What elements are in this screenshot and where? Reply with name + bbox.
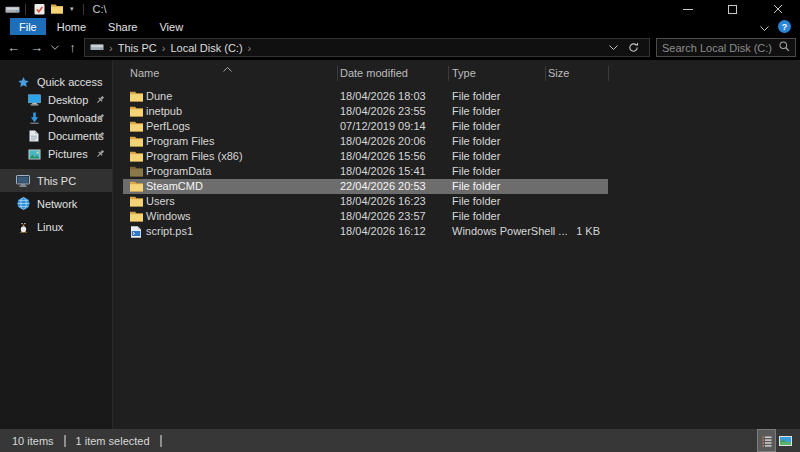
up-button[interactable]: ↑	[66, 35, 79, 60]
location-drive-icon	[90, 41, 104, 54]
column-header-name[interactable]: Name	[130, 67, 159, 79]
desktop-icon	[27, 94, 41, 106]
column-header-type[interactable]: Type	[452, 67, 476, 79]
tab-view[interactable]: View	[148, 18, 194, 35]
file-name: Program Files	[146, 134, 214, 149]
forward-button[interactable]: →	[30, 35, 43, 60]
navigation-pane: Quick access Desktop Downloads	[0, 60, 113, 429]
caption-buttons	[665, 0, 800, 18]
back-button[interactable]: ←	[7, 35, 20, 60]
file-row-programdata[interactable]: ProgramData 18/04/2026 15:41 File folder	[123, 164, 608, 179]
thumbnail-view-button[interactable]	[776, 429, 795, 452]
file-name: Windows	[146, 209, 191, 224]
column-divider[interactable]	[545, 66, 546, 81]
sidebar-item-label: Quick access	[37, 76, 102, 88]
tab-home[interactable]: Home	[46, 18, 97, 35]
sidebar-item-linux[interactable]: Linux	[0, 215, 112, 238]
address-dropdown-button[interactable]	[604, 45, 623, 50]
downloads-icon	[27, 112, 41, 124]
recent-locations-button[interactable]	[50, 45, 60, 50]
close-icon	[773, 4, 783, 14]
file-date: 18/04/2026 15:41	[340, 164, 426, 179]
customize-toolbar-button[interactable]: ▾	[66, 5, 78, 13]
maximize-button[interactable]	[710, 0, 755, 18]
pin-icon[interactable]	[95, 95, 105, 105]
file-row-program-files-x86[interactable]: Program Files (x86) 18/04/2026 15:56 Fil…	[123, 149, 608, 164]
details-view-button[interactable]	[757, 429, 776, 452]
sort-ascending-icon	[223, 62, 232, 74]
navigation-bar: ← → ↑ › This PC › Local Disk (C:) ›	[0, 35, 800, 60]
sidebar-item-downloads[interactable]: Downloads	[0, 109, 112, 127]
breadcrumb-this-pc[interactable]: This PC	[118, 42, 157, 54]
search-icon	[779, 41, 790, 54]
file-name: script.ps1	[146, 224, 193, 239]
file-row-dune[interactable]: Dune 18/04/2026 18:03 File folder	[123, 89, 608, 104]
folder-icon	[130, 181, 143, 192]
tab-file[interactable]: File	[10, 18, 46, 35]
sidebar-item-network[interactable]: Network	[0, 192, 112, 215]
window-title: C:\	[93, 3, 107, 15]
file-date: 18/04/2026 16:12	[340, 224, 426, 239]
sidebar-item-this-pc[interactable]: This PC	[0, 169, 112, 192]
explorer-window: ▾ C:\ File Home Share View ? ← → ↑	[0, 0, 800, 452]
file-row-script-ps1[interactable]: script.ps1 18/04/2026 16:12 Windows Powe…	[123, 224, 608, 239]
sidebar-item-label: Desktop	[48, 94, 88, 106]
tab-share[interactable]: Share	[97, 18, 148, 35]
folder-icon	[130, 151, 143, 162]
properties-button[interactable]	[31, 3, 48, 15]
file-row-users[interactable]: Users 18/04/2026 16:23 File folder	[123, 194, 608, 209]
sidebar-item-label: This PC	[37, 175, 76, 187]
pin-icon[interactable]	[95, 149, 105, 159]
breadcrumb-chevron-icon: ›	[109, 42, 113, 54]
file-row-program-files[interactable]: Program Files 18/04/2026 20:06 File fold…	[123, 134, 608, 149]
folder-icon	[130, 211, 143, 222]
file-name: SteamCMD	[146, 179, 203, 194]
pin-icon[interactable]	[95, 113, 105, 123]
file-row-windows[interactable]: Windows 18/04/2026 23:57 File folder	[123, 209, 608, 224]
sidebar-item-quick-access[interactable]: Quick access	[0, 73, 112, 91]
file-name: Program Files (x86)	[146, 149, 243, 164]
file-name: Dune	[146, 89, 172, 104]
sidebar-item-documents[interactable]: Documents	[0, 127, 112, 145]
column-divider[interactable]	[337, 66, 338, 81]
new-folder-button[interactable]	[48, 4, 66, 14]
file-list-pane: Name Date modified Type Size Dune 18/04/…	[113, 60, 800, 429]
expand-ribbon-icon[interactable]	[760, 21, 769, 33]
properties-icon	[34, 3, 45, 15]
file-date: 22/04/2026 20:53	[340, 179, 426, 194]
file-row-steamcmd[interactable]: SteamCMD 22/04/2026 20:53 File folder	[123, 179, 608, 194]
refresh-button[interactable]	[623, 42, 644, 53]
file-row-inetpub[interactable]: inetpub 18/04/2026 23:55 File folder	[123, 104, 608, 119]
file-size: 1 KB	[538, 224, 600, 239]
help-icon[interactable]: ?	[778, 20, 791, 33]
refresh-icon	[628, 42, 639, 53]
file-type: File folder	[452, 104, 500, 119]
statusbar-divider	[64, 435, 66, 447]
address-bar[interactable]: › This PC › Local Disk (C:) ›	[84, 38, 650, 57]
column-header-date-modified[interactable]: Date modified	[340, 67, 408, 79]
minimize-button[interactable]	[665, 0, 710, 18]
titlebar-separator	[83, 4, 84, 15]
file-type: File folder	[452, 149, 500, 164]
search-box[interactable]	[656, 38, 796, 57]
pin-icon[interactable]	[95, 131, 105, 141]
titlebar-separator	[25, 4, 26, 15]
close-button[interactable]	[755, 0, 800, 18]
column-divider[interactable]	[448, 66, 449, 81]
chevron-down-icon	[51, 45, 59, 50]
sidebar-item-pictures[interactable]: Pictures	[0, 145, 112, 163]
ribbon-right-controls: ?	[760, 18, 791, 35]
file-date: 18/04/2026 16:23	[340, 194, 426, 209]
search-input[interactable]	[662, 42, 779, 54]
sidebar-item-label: Pictures	[48, 148, 88, 160]
sidebar-item-desktop[interactable]: Desktop	[0, 91, 112, 109]
file-row-perflogs[interactable]: PerfLogs 07/12/2019 09:14 File folder	[123, 119, 608, 134]
file-type: File folder	[452, 209, 500, 224]
breadcrumb-chevron-icon: ›	[248, 42, 252, 54]
column-divider[interactable]	[608, 66, 609, 81]
folder-icon	[130, 121, 143, 132]
network-globe-icon	[16, 197, 30, 210]
column-header-size[interactable]: Size	[548, 67, 569, 79]
folder-icon	[130, 106, 143, 117]
breadcrumb-local-disk[interactable]: Local Disk (C:)	[170, 42, 242, 54]
